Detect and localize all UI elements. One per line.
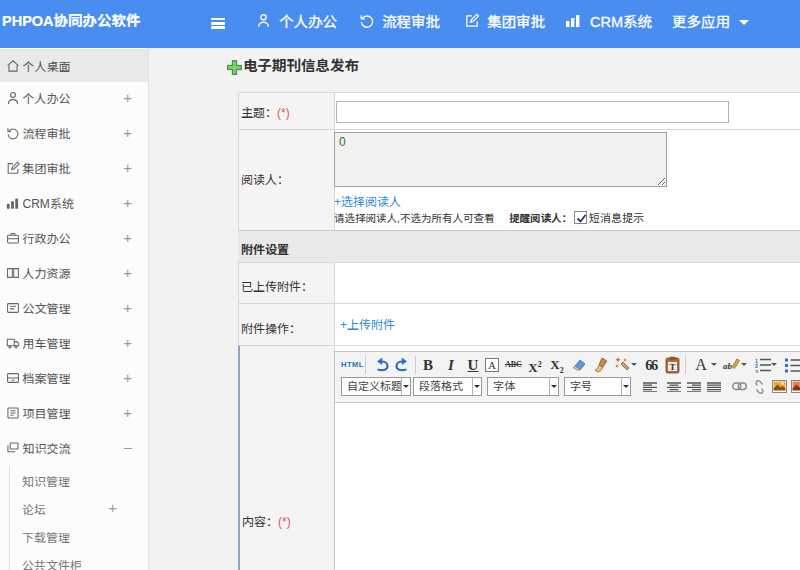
svg-text:ab: ab: [723, 361, 733, 371]
svg-text:T: T: [669, 362, 675, 372]
svg-text:3: 3: [755, 369, 758, 374]
